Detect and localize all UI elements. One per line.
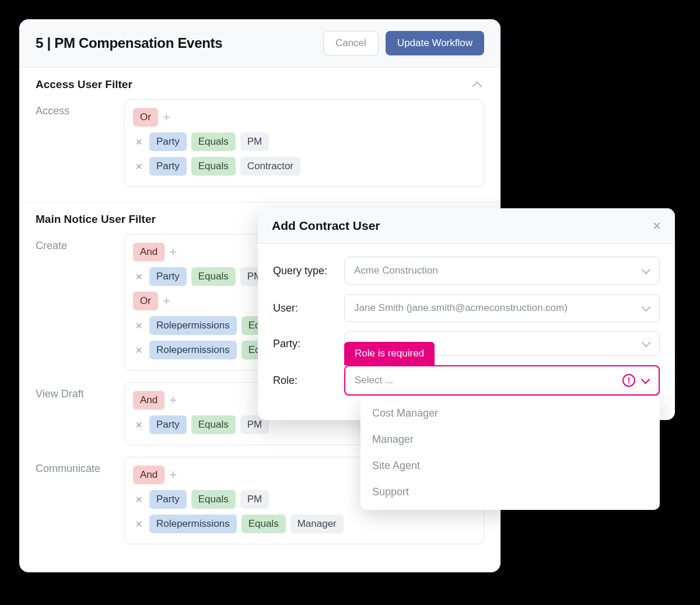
value-chip[interactable]: PM — [240, 490, 270, 509]
form-row-query-type: Query type: Acme Construction — [273, 257, 660, 285]
field-chip[interactable]: Party — [149, 267, 187, 286]
user-select[interactable]: Jane Smith (jane.smith@acmeconstruction.… — [344, 294, 660, 322]
row-label: View Draft — [36, 382, 114, 400]
section-access-user-filter: Access User Filter Access Or + × Party E… — [19, 68, 501, 202]
logic-chip-and[interactable]: And — [133, 391, 164, 410]
operator-chip[interactable]: Equals — [242, 515, 286, 533]
form-label: User: — [273, 302, 336, 314]
operator-chip[interactable]: Equals — [191, 132, 236, 151]
role-option-manager[interactable]: Manager — [360, 426, 660, 453]
logic-chip-and[interactable]: And — [133, 243, 164, 261]
select-placeholder: Select ... — [355, 375, 393, 386]
field-chip[interactable]: Rolepermissions — [149, 515, 237, 533]
field-chip[interactable]: Party — [149, 157, 187, 176]
add-condition-button[interactable]: + — [163, 111, 170, 124]
update-workflow-button[interactable]: Update Workflow — [386, 31, 484, 55]
filter-row-access: Access Or + × Party Equals PM × Party Eq… — [36, 99, 484, 187]
field-chip[interactable]: Party — [149, 132, 187, 151]
add-condition-button[interactable]: + — [169, 246, 177, 258]
remove-condition-button[interactable]: × — [133, 494, 145, 505]
select-value: Acme Construction — [354, 265, 438, 277]
logic-chip-or[interactable]: Or — [133, 292, 158, 310]
chevron-down-icon — [642, 267, 650, 275]
error-flag: Role is required — [344, 342, 435, 365]
logic-row: Or + — [133, 108, 475, 127]
operator-chip[interactable]: Equals — [191, 415, 236, 434]
chevron-up-icon[interactable] — [474, 79, 484, 90]
panel-header: 5 | PM Compensation Events Cancel Update… — [19, 19, 501, 68]
alert-icon: ! — [622, 374, 635, 387]
add-condition-button[interactable]: + — [163, 295, 170, 307]
close-icon[interactable]: × — [653, 219, 661, 233]
role-option-support[interactable]: Support — [360, 479, 660, 505]
header-actions: Cancel Update Workflow — [323, 31, 484, 55]
modal-body: Query type: Acme Construction User: Jane… — [258, 244, 675, 420]
filter-box: Or + × Party Equals PM × Party Equals Co… — [124, 99, 484, 187]
row-label: Communicate — [36, 457, 114, 475]
operator-chip[interactable]: Equals — [191, 267, 236, 286]
form-row-role: Role: Role is required Select ... ! Cost… — [273, 365, 660, 396]
add-condition-button[interactable]: + — [169, 394, 177, 407]
role-option-cost-manager[interactable]: Cost Manager — [360, 400, 660, 426]
value-chip[interactable]: Contractor — [240, 157, 300, 176]
cancel-button[interactable]: Cancel — [323, 31, 379, 55]
modal-title: Add Contract User — [272, 219, 380, 233]
condition-row: × Rolepermissions Equals Manager — [133, 515, 475, 533]
operator-chip[interactable]: Equals — [191, 490, 236, 509]
remove-condition-button[interactable]: × — [133, 419, 145, 431]
remove-condition-button[interactable]: × — [133, 320, 145, 331]
condition-row: × Party Equals Contractor — [133, 157, 475, 176]
form-label: Party: — [273, 338, 336, 350]
field-chip[interactable]: Party — [149, 490, 187, 509]
value-chip[interactable]: Manager — [290, 515, 344, 533]
section-header[interactable]: Access User Filter — [36, 78, 484, 91]
row-label: Create — [36, 234, 114, 252]
modal-header: Add Contract User × — [258, 208, 675, 244]
add-condition-button[interactable]: + — [169, 468, 177, 481]
remove-condition-button[interactable]: × — [133, 136, 145, 148]
form-label: Query type: — [273, 265, 336, 277]
value-chip[interactable]: PM — [240, 132, 270, 151]
role-dropdown: Cost Manager Manager Site Agent Support — [360, 396, 660, 510]
query-type-select[interactable]: Acme Construction — [344, 257, 660, 285]
remove-condition-button[interactable]: × — [133, 518, 145, 530]
form-label: Role: — [273, 375, 336, 387]
panel-title: 5 | PM Compensation Events — [36, 35, 222, 51]
role-option-site-agent[interactable]: Site Agent — [360, 453, 660, 479]
chevron-down-icon — [642, 340, 650, 348]
field-chip[interactable]: Party — [149, 415, 187, 434]
section-title: Main Notice User Filter — [36, 213, 156, 226]
condition-row: × Party Equals PM — [133, 132, 475, 151]
form-row-party: Party: — [273, 331, 660, 356]
remove-condition-button[interactable]: × — [133, 344, 145, 356]
chevron-down-icon — [641, 376, 649, 384]
operator-chip[interactable]: Equals — [191, 157, 236, 176]
field-chip[interactable]: Rolepermissions — [149, 316, 237, 335]
remove-condition-button[interactable]: × — [133, 160, 145, 172]
row-label: Access — [36, 99, 114, 117]
remove-condition-button[interactable]: × — [133, 271, 145, 282]
section-title: Access User Filter — [36, 78, 132, 91]
form-row-user: User: Jane Smith (jane.smith@acmeconstru… — [273, 294, 660, 322]
select-value: Jane Smith (jane.smith@acmeconstruction.… — [354, 302, 568, 314]
chevron-down-icon — [642, 304, 650, 312]
logic-chip-or[interactable]: Or — [133, 108, 158, 127]
logic-chip-and[interactable]: And — [133, 466, 164, 484]
field-chip[interactable]: Rolepermissions — [149, 341, 237, 359]
add-contract-user-modal: Add Contract User × Query type: Acme Con… — [258, 208, 675, 420]
role-select[interactable]: Role is required Select ... ! — [344, 365, 660, 396]
